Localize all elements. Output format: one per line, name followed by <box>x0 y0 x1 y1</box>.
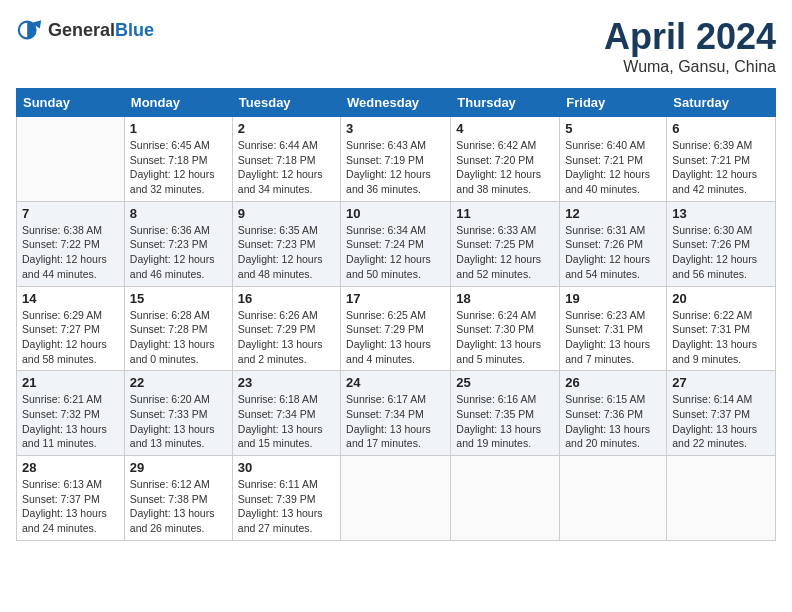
day-number: 29 <box>130 460 227 475</box>
week-row-2: 14Sunrise: 6:29 AM Sunset: 7:27 PM Dayli… <box>17 286 776 371</box>
day-info: Sunrise: 6:13 AM Sunset: 7:37 PM Dayligh… <box>22 477 119 536</box>
calendar-cell: 12Sunrise: 6:31 AM Sunset: 7:26 PM Dayli… <box>560 201 667 286</box>
calendar-cell: 3Sunrise: 6:43 AM Sunset: 7:19 PM Daylig… <box>341 117 451 202</box>
title-area: April 2024 Wuma, Gansu, China <box>604 16 776 76</box>
day-info: Sunrise: 6:20 AM Sunset: 7:33 PM Dayligh… <box>130 392 227 451</box>
calendar-cell <box>667 456 776 541</box>
day-info: Sunrise: 6:25 AM Sunset: 7:29 PM Dayligh… <box>346 308 445 367</box>
week-row-1: 7Sunrise: 6:38 AM Sunset: 7:22 PM Daylig… <box>17 201 776 286</box>
day-info: Sunrise: 6:12 AM Sunset: 7:38 PM Dayligh… <box>130 477 227 536</box>
calendar-table: SundayMondayTuesdayWednesdayThursdayFrid… <box>16 88 776 541</box>
calendar-header-row: SundayMondayTuesdayWednesdayThursdayFrid… <box>17 89 776 117</box>
day-number: 30 <box>238 460 335 475</box>
day-of-week-saturday: Saturday <box>667 89 776 117</box>
day-info: Sunrise: 6:24 AM Sunset: 7:30 PM Dayligh… <box>456 308 554 367</box>
day-number: 25 <box>456 375 554 390</box>
calendar-cell: 16Sunrise: 6:26 AM Sunset: 7:29 PM Dayli… <box>232 286 340 371</box>
day-number: 8 <box>130 206 227 221</box>
day-number: 20 <box>672 291 770 306</box>
calendar-cell: 5Sunrise: 6:40 AM Sunset: 7:21 PM Daylig… <box>560 117 667 202</box>
week-row-0: 1Sunrise: 6:45 AM Sunset: 7:18 PM Daylig… <box>17 117 776 202</box>
location-title: Wuma, Gansu, China <box>604 58 776 76</box>
week-row-4: 28Sunrise: 6:13 AM Sunset: 7:37 PM Dayli… <box>17 456 776 541</box>
calendar-cell <box>341 456 451 541</box>
day-info: Sunrise: 6:26 AM Sunset: 7:29 PM Dayligh… <box>238 308 335 367</box>
day-number: 17 <box>346 291 445 306</box>
logo-icon <box>16 16 44 44</box>
day-number: 6 <box>672 121 770 136</box>
day-number: 12 <box>565 206 661 221</box>
day-info: Sunrise: 6:34 AM Sunset: 7:24 PM Dayligh… <box>346 223 445 282</box>
calendar-cell: 27Sunrise: 6:14 AM Sunset: 7:37 PM Dayli… <box>667 371 776 456</box>
day-info: Sunrise: 6:23 AM Sunset: 7:31 PM Dayligh… <box>565 308 661 367</box>
day-number: 10 <box>346 206 445 221</box>
day-info: Sunrise: 6:14 AM Sunset: 7:37 PM Dayligh… <box>672 392 770 451</box>
day-info: Sunrise: 6:38 AM Sunset: 7:22 PM Dayligh… <box>22 223 119 282</box>
day-number: 23 <box>238 375 335 390</box>
day-number: 3 <box>346 121 445 136</box>
calendar-cell: 23Sunrise: 6:18 AM Sunset: 7:34 PM Dayli… <box>232 371 340 456</box>
day-of-week-monday: Monday <box>124 89 232 117</box>
calendar-cell: 2Sunrise: 6:44 AM Sunset: 7:18 PM Daylig… <box>232 117 340 202</box>
day-info: Sunrise: 6:40 AM Sunset: 7:21 PM Dayligh… <box>565 138 661 197</box>
day-number: 4 <box>456 121 554 136</box>
day-of-week-friday: Friday <box>560 89 667 117</box>
calendar-cell: 13Sunrise: 6:30 AM Sunset: 7:26 PM Dayli… <box>667 201 776 286</box>
day-number: 11 <box>456 206 554 221</box>
day-number: 18 <box>456 291 554 306</box>
calendar-cell: 10Sunrise: 6:34 AM Sunset: 7:24 PM Dayli… <box>341 201 451 286</box>
day-info: Sunrise: 6:15 AM Sunset: 7:36 PM Dayligh… <box>565 392 661 451</box>
calendar-cell: 25Sunrise: 6:16 AM Sunset: 7:35 PM Dayli… <box>451 371 560 456</box>
day-info: Sunrise: 6:22 AM Sunset: 7:31 PM Dayligh… <box>672 308 770 367</box>
logo: GeneralBlue <box>16 16 154 44</box>
day-number: 15 <box>130 291 227 306</box>
calendar-cell: 30Sunrise: 6:11 AM Sunset: 7:39 PM Dayli… <box>232 456 340 541</box>
day-number: 9 <box>238 206 335 221</box>
day-number: 19 <box>565 291 661 306</box>
day-info: Sunrise: 6:11 AM Sunset: 7:39 PM Dayligh… <box>238 477 335 536</box>
day-info: Sunrise: 6:16 AM Sunset: 7:35 PM Dayligh… <box>456 392 554 451</box>
day-number: 16 <box>238 291 335 306</box>
calendar-cell: 7Sunrise: 6:38 AM Sunset: 7:22 PM Daylig… <box>17 201 125 286</box>
calendar-cell: 15Sunrise: 6:28 AM Sunset: 7:28 PM Dayli… <box>124 286 232 371</box>
logo-text-blue: Blue <box>115 20 154 40</box>
day-number: 13 <box>672 206 770 221</box>
day-info: Sunrise: 6:35 AM Sunset: 7:23 PM Dayligh… <box>238 223 335 282</box>
calendar-cell: 21Sunrise: 6:21 AM Sunset: 7:32 PM Dayli… <box>17 371 125 456</box>
day-info: Sunrise: 6:44 AM Sunset: 7:18 PM Dayligh… <box>238 138 335 197</box>
calendar-cell <box>560 456 667 541</box>
calendar-cell: 19Sunrise: 6:23 AM Sunset: 7:31 PM Dayli… <box>560 286 667 371</box>
day-number: 26 <box>565 375 661 390</box>
day-info: Sunrise: 6:17 AM Sunset: 7:34 PM Dayligh… <box>346 392 445 451</box>
day-info: Sunrise: 6:31 AM Sunset: 7:26 PM Dayligh… <box>565 223 661 282</box>
day-number: 24 <box>346 375 445 390</box>
calendar-cell <box>17 117 125 202</box>
day-number: 7 <box>22 206 119 221</box>
day-number: 2 <box>238 121 335 136</box>
calendar-cell: 11Sunrise: 6:33 AM Sunset: 7:25 PM Dayli… <box>451 201 560 286</box>
calendar-cell: 4Sunrise: 6:42 AM Sunset: 7:20 PM Daylig… <box>451 117 560 202</box>
day-info: Sunrise: 6:33 AM Sunset: 7:25 PM Dayligh… <box>456 223 554 282</box>
day-info: Sunrise: 6:45 AM Sunset: 7:18 PM Dayligh… <box>130 138 227 197</box>
calendar-cell: 26Sunrise: 6:15 AM Sunset: 7:36 PM Dayli… <box>560 371 667 456</box>
calendar-cell: 17Sunrise: 6:25 AM Sunset: 7:29 PM Dayli… <box>341 286 451 371</box>
day-info: Sunrise: 6:36 AM Sunset: 7:23 PM Dayligh… <box>130 223 227 282</box>
week-row-3: 21Sunrise: 6:21 AM Sunset: 7:32 PM Dayli… <box>17 371 776 456</box>
day-info: Sunrise: 6:18 AM Sunset: 7:34 PM Dayligh… <box>238 392 335 451</box>
day-number: 22 <box>130 375 227 390</box>
calendar-cell: 20Sunrise: 6:22 AM Sunset: 7:31 PM Dayli… <box>667 286 776 371</box>
day-number: 5 <box>565 121 661 136</box>
day-of-week-sunday: Sunday <box>17 89 125 117</box>
calendar-cell: 22Sunrise: 6:20 AM Sunset: 7:33 PM Dayli… <box>124 371 232 456</box>
day-number: 14 <box>22 291 119 306</box>
day-info: Sunrise: 6:43 AM Sunset: 7:19 PM Dayligh… <box>346 138 445 197</box>
day-number: 27 <box>672 375 770 390</box>
day-of-week-tuesday: Tuesday <box>232 89 340 117</box>
day-info: Sunrise: 6:21 AM Sunset: 7:32 PM Dayligh… <box>22 392 119 451</box>
calendar-cell: 8Sunrise: 6:36 AM Sunset: 7:23 PM Daylig… <box>124 201 232 286</box>
day-info: Sunrise: 6:29 AM Sunset: 7:27 PM Dayligh… <box>22 308 119 367</box>
month-title: April 2024 <box>604 16 776 58</box>
calendar-cell: 14Sunrise: 6:29 AM Sunset: 7:27 PM Dayli… <box>17 286 125 371</box>
day-number: 1 <box>130 121 227 136</box>
calendar-cell: 24Sunrise: 6:17 AM Sunset: 7:34 PM Dayli… <box>341 371 451 456</box>
